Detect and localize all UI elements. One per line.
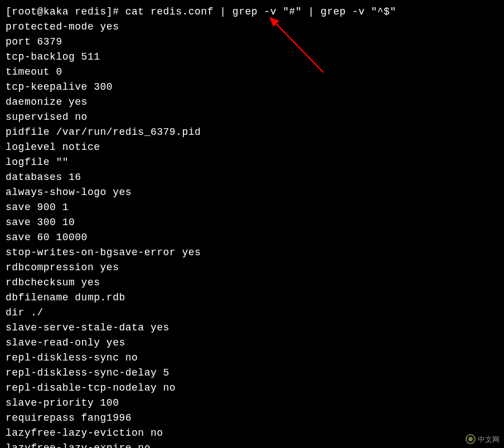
terminal-output-line: save 60 10000 [6,230,498,245]
terminal-output-line: slave-priority 100 [6,396,498,411]
terminal-output-line: daemonize yes [6,95,498,110]
php-logo-icon [466,434,476,444]
terminal-output-line: lazyfree-lazy-expire no [6,441,498,448]
terminal-output: protected-mode yesport 6379tcp-backlog 5… [6,20,498,448]
terminal-output-line: rdbchecksum yes [6,275,498,290]
terminal-output-line: protected-mode yes [6,20,498,35]
terminal-output-line: timeout 0 [6,65,498,80]
terminal-output-line: slave-read-only yes [6,335,498,350]
terminal-output-line: repl-diskless-sync-delay 5 [6,366,498,381]
terminal-output-line: tcp-backlog 511 [6,50,498,65]
terminal-output-line: repl-diskless-sync no [6,350,498,366]
terminal-output-line: dbfilename dump.rdb [6,290,498,305]
terminal-output-line: repl-disable-tcp-nodelay no [6,381,498,396]
terminal-output-line: slave-serve-stale-data yes [6,320,498,335]
terminal-output-line: save 900 1 [6,200,498,215]
watermark: 中文网 [466,434,500,445]
terminal-output-line: rdbcompression yes [6,260,498,275]
terminal-output-line: dir ./ [6,305,498,320]
terminal-output-line: always-show-logo yes [6,185,498,200]
terminal-output-line: logfile "" [6,155,498,170]
terminal-output-line: tcp-keepalive 300 [6,80,498,95]
terminal-output-line: save 300 10 [6,215,498,230]
terminal-output-line: databases 16 [6,170,498,185]
watermark-text: 中文网 [478,434,500,445]
terminal-output-line: supervised no [6,110,498,125]
terminal-output-line: pidfile /var/run/redis_6379.pid [6,125,498,140]
command-prompt-line[interactable]: [root@kaka redis]# cat redis.conf | grep… [6,4,498,20]
terminal-output-line: lazyfree-lazy-eviction no [6,426,498,441]
terminal-output-line: loglevel notice [6,140,498,155]
terminal-output-line: stop-writes-on-bgsave-error yes [6,245,498,260]
terminal-output-line: port 6379 [6,35,498,50]
terminal-output-line: requirepass fang1996 [6,411,498,426]
